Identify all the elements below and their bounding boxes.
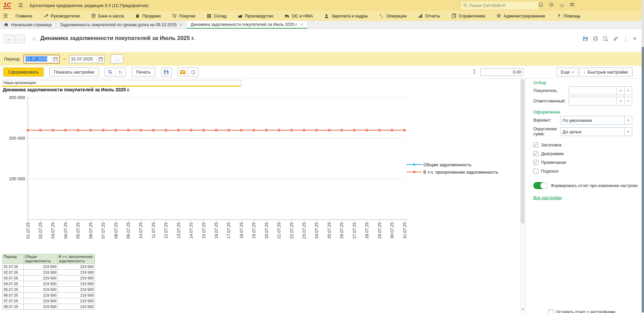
- scrollbar-down-arrow-icon[interactable]: ▼: [521, 308, 525, 311]
- menu-item-production[interactable]: Производство: [232, 11, 279, 21]
- chevron-down-icon[interactable]: ▾: [624, 116, 632, 124]
- sections-menu-icon[interactable]: ☰: [3, 13, 8, 19]
- tab-close-icon[interactable]: ×: [300, 22, 303, 27]
- checkbox-row-Диаграмма[interactable]: ✓Диаграмма: [533, 151, 564, 156]
- menu-item-manager[interactable]: Руководителю: [38, 11, 86, 21]
- menu-item-bank-cash[interactable]: Банк и касса: [86, 11, 130, 21]
- report-scrollbar-thumb[interactable]: [521, 79, 524, 224]
- menu-item-main[interactable]: Главное: [10, 11, 38, 21]
- menu-item-warehouse[interactable]: Склад: [201, 11, 232, 21]
- print-icon[interactable]: [593, 36, 598, 41]
- period-label: Период:: [4, 56, 20, 61]
- variant-combobox[interactable]: По умолчанию ▾: [560, 116, 632, 125]
- menu-item-purchases[interactable]: Покупки: [166, 11, 201, 21]
- x-tick-label: 09.07.25: [126, 222, 131, 239]
- favorite-star-icon[interactable]: ☆: [32, 36, 37, 42]
- chevron-down-icon[interactable]: ▾: [624, 128, 632, 136]
- checkbox[interactable]: ✓: [533, 142, 538, 147]
- checkbox-row-Заголовок[interactable]: ✓Заголовок: [533, 142, 561, 147]
- notifications-bell-icon[interactable]: [538, 2, 544, 9]
- save-report-icon[interactable]: [161, 68, 171, 76]
- show-settings-button[interactable]: Показать настройки: [49, 68, 99, 77]
- truck-icon: [285, 13, 289, 18]
- menu-item-references[interactable]: Справочники: [446, 11, 491, 21]
- menu-item-operations[interactable]: ДтКтОперации: [374, 11, 413, 21]
- send-mail-icon[interactable]: [178, 68, 188, 76]
- calendar-icon[interactable]: [52, 55, 59, 63]
- marker-square: [353, 129, 356, 131]
- svg-text:Дт: Дт: [379, 14, 382, 16]
- find-icon[interactable]: [105, 68, 115, 76]
- main-menu-icon[interactable]: ☰: [18, 2, 23, 8]
- clear-icon[interactable]: ×: [624, 97, 632, 105]
- menu-item-help[interactable]: ?Помощь: [551, 11, 586, 21]
- schedule-clock-icon[interactable]: [188, 68, 198, 76]
- x-tick-label: 21.07.25: [277, 222, 281, 239]
- x-tick-label: 10.07.25: [139, 222, 143, 239]
- x-tick-label: 29.07.25: [377, 222, 382, 239]
- generate-button[interactable]: Сформировать: [3, 68, 44, 77]
- menu-item-payroll-hr[interactable]: Зарплата и кадры: [319, 11, 374, 21]
- tab-debt-dynamics[interactable]: Динамика задолженности покупателей за Ию…: [187, 21, 308, 29]
- history-icon[interactable]: [548, 2, 554, 9]
- checkbox-row-Подписи[interactable]: Подписи: [533, 169, 558, 174]
- checkbox-row-Примечания[interactable]: ✓Примечания: [533, 160, 566, 165]
- all-settings-link[interactable]: Все настройки: [533, 195, 561, 200]
- save-icon[interactable]: [583, 36, 588, 41]
- period-from-field[interactable]: 01.07.2025: [24, 55, 59, 63]
- refresh-search-icon[interactable]: ↻: [115, 68, 125, 76]
- organization-cell[interactable]: Наша организация: [2, 80, 241, 87]
- report-area: Наша организация Динамика задолженности …: [0, 79, 520, 313]
- marker-square: [90, 129, 92, 131]
- responsible-value[interactable]: [569, 97, 616, 105]
- variant-value[interactable]: По умолчанию: [560, 116, 624, 124]
- window-scrollbar-thumb[interactable]: [642, 47, 644, 312]
- menu-item-label: Банк и касса: [98, 13, 124, 18]
- period-from-value[interactable]: 01.07.2025: [25, 56, 47, 61]
- menu-item-reports[interactable]: Отчеты: [412, 11, 446, 21]
- keep-report-settings-checkbox[interactable]: [548, 310, 553, 313]
- menu-item-administration[interactable]: Администрирование: [491, 11, 551, 21]
- auto-generate-toggle[interactable]: [533, 182, 547, 189]
- tab-home[interactable]: Начальная страница: [0, 21, 56, 29]
- service-menu-icon[interactable]: [569, 2, 575, 9]
- calendar-icon[interactable]: [97, 55, 104, 63]
- svg-text:Кт: Кт: [381, 16, 383, 18]
- selected-sum-field[interactable]: 0,00: [480, 68, 523, 76]
- tab-debt-by-terms[interactable]: Задолженность покупателей по срокам долг…: [56, 21, 187, 29]
- value-cell: 219 500: [24, 264, 58, 270]
- menu-item-sales[interactable]: Продажи: [129, 11, 166, 21]
- marker-square: [127, 129, 129, 131]
- forward-button[interactable]: →: [15, 35, 25, 43]
- back-button[interactable]: ←: [4, 35, 14, 43]
- menu-item-fixed-assets[interactable]: ОС и НМА: [279, 11, 319, 21]
- clear-icon[interactable]: ×: [624, 87, 632, 95]
- get-link-icon[interactable]: [613, 36, 618, 41]
- checkbox[interactable]: ✓: [533, 160, 538, 165]
- close-form-icon[interactable]: ×: [633, 36, 636, 42]
- x-tick-label: 26.07.25: [339, 222, 344, 239]
- chevron-down-icon[interactable]: ▾: [616, 97, 624, 105]
- favorites-star-icon[interactable]: ☆: [559, 2, 565, 9]
- quick-settings-button[interactable]: › Быстрые настройки: [579, 68, 633, 77]
- customer-combobox[interactable]: ▾ ×: [569, 86, 632, 95]
- period-to-field[interactable]: 31.07.2025: [69, 55, 105, 63]
- keep-report-settings-row[interactable]: Оставить отчет с настройками: [548, 310, 615, 313]
- more-actions-icon[interactable]: ⋮: [623, 36, 628, 42]
- tab-close-icon[interactable]: ×: [179, 23, 182, 27]
- app-title: Бухгалтерия предприятия, редакция 3.0 (1…: [30, 3, 148, 8]
- checkbox[interactable]: [533, 169, 538, 174]
- customer-value[interactable]: [569, 87, 616, 95]
- rounding-combobox[interactable]: До целых ▾: [560, 127, 632, 136]
- responsible-combobox[interactable]: ▾ ×: [569, 97, 632, 105]
- chevron-down-icon[interactable]: ▾: [616, 87, 624, 95]
- rounding-value[interactable]: До целых: [560, 128, 624, 136]
- global-search-input[interactable]: Поиск Ctrl+Shift+F: [461, 1, 538, 10]
- checkbox[interactable]: ✓: [533, 151, 538, 156]
- more-button[interactable]: Еще ▾: [556, 68, 578, 77]
- print-preview-icon[interactable]: [603, 36, 608, 41]
- period-variants-button[interactable]: ...: [111, 54, 123, 63]
- print-button[interactable]: Печать: [131, 68, 155, 77]
- more-button-label: Еще: [561, 70, 570, 75]
- period-to-value[interactable]: 31.07.2025: [69, 56, 97, 61]
